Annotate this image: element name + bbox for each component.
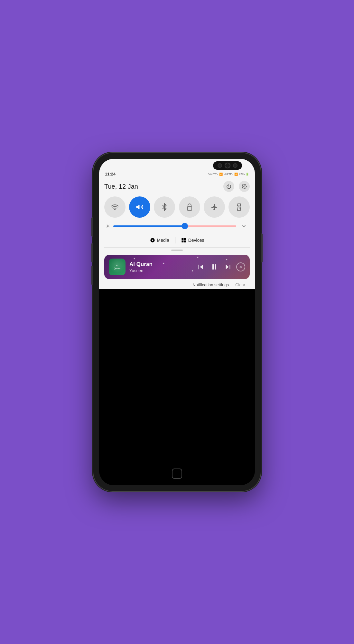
close-notification-button[interactable] (236, 262, 245, 271)
expand-button[interactable] (239, 222, 248, 231)
home-button[interactable] (172, 469, 182, 479)
top-bar (99, 159, 255, 170)
date-row: Tue, 12 Jan (104, 181, 250, 192)
svg-marker-12 (200, 265, 203, 270)
power-button[interactable] (223, 181, 234, 192)
svg-point-2 (115, 209, 115, 210)
date-text: Tue, 12 Jan (104, 183, 138, 190)
battery-icon: 🔋 (246, 173, 249, 176)
svg-rect-11 (184, 241, 186, 242)
camera-area (213, 161, 242, 170)
volte2-icon: VoLTE₂ (224, 173, 233, 176)
quick-toggles (104, 196, 250, 218)
notification-subtitle: Yaseen (129, 268, 192, 273)
separator (175, 237, 175, 243)
next-button[interactable] (223, 262, 233, 272)
bluetooth-toggle[interactable] (154, 196, 175, 218)
svg-point-1 (244, 186, 245, 187)
svg-rect-9 (184, 238, 186, 240)
media-button[interactable]: Media (150, 238, 169, 243)
status-time: 11:24 (105, 172, 116, 176)
screen-lock-toggle[interactable] (179, 196, 200, 218)
wifi-toggle[interactable] (104, 196, 126, 218)
drag-handle (171, 250, 183, 251)
battery-percent: 42% (239, 173, 245, 176)
clear-button[interactable]: Clear (235, 282, 245, 287)
flashlight-toggle[interactable] (228, 196, 250, 218)
black-screen (99, 289, 255, 485)
phone-frame: 11:24 VoLTE₁ 📶 VoLTE₂ 📶 42% 🔋 Tue, 12 Ja… (93, 153, 261, 491)
status-icons: VoLTE₁ 📶 VoLTE₂ 📶 42% 🔋 (208, 173, 249, 176)
svg-rect-14 (212, 264, 214, 270)
notification-settings-button[interactable]: Notification settings (192, 282, 229, 287)
prev-button[interactable] (196, 262, 206, 272)
signal1-icon: 📶 (219, 173, 223, 176)
devices-button[interactable]: Devices (181, 238, 204, 243)
camera-dot-main (225, 163, 230, 168)
svg-rect-4 (187, 207, 192, 210)
phone-screen: 11:24 VoLTE₁ 📶 VoLTE₂ 📶 42% 🔋 Tue, 12 Ja… (99, 159, 255, 485)
pause-button[interactable] (209, 262, 219, 272)
app-icon: AlQuran (109, 259, 126, 275)
settings-button[interactable] (239, 181, 250, 192)
camera-dot-small (218, 163, 222, 168)
notification-panel: Tue, 12 Jan (99, 178, 255, 289)
notification-text: Al Quran Yaseen (129, 261, 192, 273)
brightness-icon: ☀ (106, 223, 110, 229)
brightness-thumb[interactable] (182, 223, 188, 229)
media-controls (196, 262, 245, 272)
media-devices-row: Media Devices (104, 235, 250, 248)
svg-rect-8 (182, 238, 183, 240)
date-icons (223, 181, 250, 192)
sound-toggle[interactable] (129, 196, 150, 218)
notification-card: ✦ ✦ ✦ ✦ · · ✦ · AlQuran (104, 255, 250, 279)
notification-content: AlQuran Al Quran Yaseen (104, 255, 250, 279)
status-bar: 11:24 VoLTE₁ 📶 VoLTE₂ 📶 42% 🔋 (99, 170, 255, 178)
volte1-icon: VoLTE₁ (208, 173, 218, 176)
svg-marker-3 (136, 205, 139, 209)
svg-rect-15 (215, 264, 216, 270)
brightness-slider[interactable] (113, 225, 236, 227)
svg-marker-16 (226, 265, 229, 270)
devices-label: Devices (188, 238, 204, 243)
brightness-row: ☀ (104, 222, 250, 231)
media-label: Media (157, 238, 169, 243)
camera-dot-small2 (233, 163, 238, 168)
notification-actions: Notification settings Clear (104, 279, 250, 289)
signal2-icon: 📶 (234, 173, 238, 176)
airplane-toggle[interactable] (204, 196, 225, 218)
notification-title: Al Quran (129, 261, 192, 268)
svg-rect-10 (182, 241, 183, 242)
